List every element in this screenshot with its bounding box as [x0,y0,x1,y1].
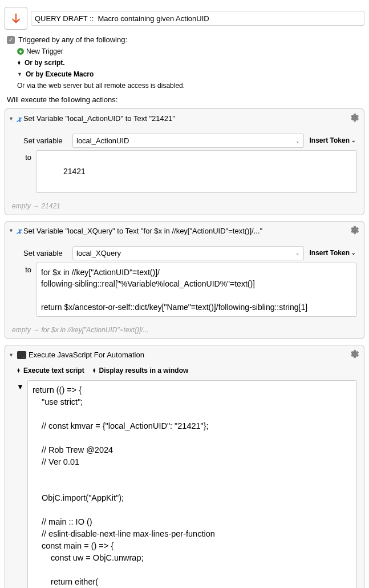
chevron-down-icon[interactable]: ▼ [9,352,14,358]
variable-icon: 𝑥 [17,225,21,236]
macro-icon-box[interactable] [5,7,27,30]
action-set-variable-actionuid[interactable]: ▼ 𝑥 Set Variable "local_ActionUID" to Te… [5,108,364,215]
chevron-down-icon: ▼ [17,71,22,77]
action-status-line: empty → 21421 [5,200,364,215]
variable-name-input[interactable]: local_ActionUID ⌄ [72,134,304,148]
triggered-label: Triggered by any of the following: [18,35,127,44]
updown-icon: ▲▼ [17,368,21,373]
updown-icon: ▲▼ [92,368,96,373]
action-execute-javascript[interactable]: ▼ _ Execute JavaScript For Automation ▲▼… [5,345,364,588]
insert-token-button[interactable]: Insert Token ⌄ [309,134,357,144]
chevron-down-icon[interactable]: ▼ [9,228,14,233]
chevron-down-icon[interactable]: ▼ [9,116,14,122]
action-title: Set Variable "local_ActionUID" to Text "… [23,114,175,123]
set-variable-label: Set variable [23,246,68,257]
or-by-execute-macro[interactable]: ▼ Or by Execute Macro [17,70,364,78]
insert-token-button[interactable]: Insert Token ⌄ [309,246,357,257]
action-title: Execute JavaScript For Automation [29,351,144,359]
action-status-line: empty → for $x in //key["ActionUID"=text… [5,324,364,339]
chevron-down-icon[interactable]: ⌄ [295,138,300,144]
chevron-down-icon[interactable]: ⌄ [295,250,300,256]
gear-icon[interactable] [349,112,359,124]
or-web-server-text: Or via the web server but all remote acc… [17,82,364,90]
to-label: to [23,150,31,162]
execute-text-script-option[interactable]: ▲▼ Execute text script [17,367,84,374]
actions-section-label: Will execute the following actions: [7,95,364,104]
gear-icon[interactable] [349,349,359,361]
display-results-option[interactable]: ▲▼ Display results in a window [92,367,189,374]
action-set-variable-xquery[interactable]: ▼ 𝑥 Set Variable "local_XQuery" to Text … [5,221,364,339]
variable-value-input[interactable]: for $x in //key["ActionUID"=text()]/ fol… [36,263,357,317]
set-variable-label: Set variable [23,134,68,145]
variable-icon: 𝑥 [17,114,21,124]
script-code-input[interactable]: return (() => { "use strict"; // const k… [27,380,357,588]
terminal-icon: _ [17,351,26,359]
chevron-down-icon[interactable]: ▼ [17,380,24,391]
arrow-down-icon [10,12,22,25]
variable-name-input[interactable]: local_XQuery ⌄ [72,246,304,260]
action-title: Set Variable "local_XQuery" to Text "for… [23,227,262,235]
to-label: to [23,263,31,274]
macro-title-input[interactable] [31,11,364,26]
add-icon: + [17,48,24,55]
triggered-checkbox[interactable]: ✓ [7,36,15,44]
variable-value-input[interactable]: 21421 [36,150,357,193]
updown-icon: ▲▼ [17,61,21,65]
gear-icon[interactable] [349,225,359,237]
or-by-script[interactable]: ▲▼ Or by script. [17,59,364,67]
new-trigger-button[interactable]: + New Trigger [17,47,364,55]
